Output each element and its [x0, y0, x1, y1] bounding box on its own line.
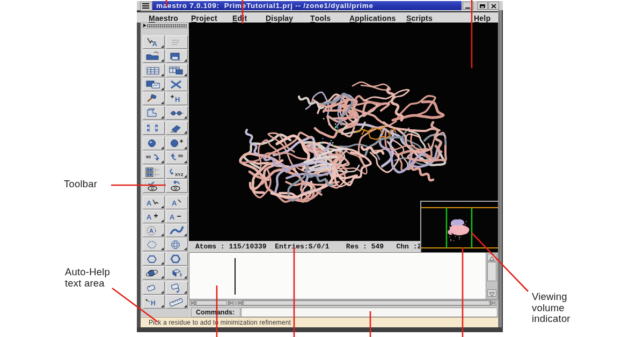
svg-text:A: A [147, 213, 152, 221]
svg-text:A: A [170, 213, 175, 221]
svg-text:H: H [151, 299, 156, 307]
svg-text:90: 90 [178, 153, 183, 158]
svg-text:H: H [175, 96, 180, 104]
svg-text:90: 90 [146, 155, 151, 159]
svg-text:XYZ: XYZ [175, 172, 184, 177]
svg-text:A: A [149, 228, 153, 234]
svg-text:A: A [152, 40, 157, 48]
svg-text:A: A [172, 199, 177, 207]
svg-text:A: A [147, 199, 152, 207]
